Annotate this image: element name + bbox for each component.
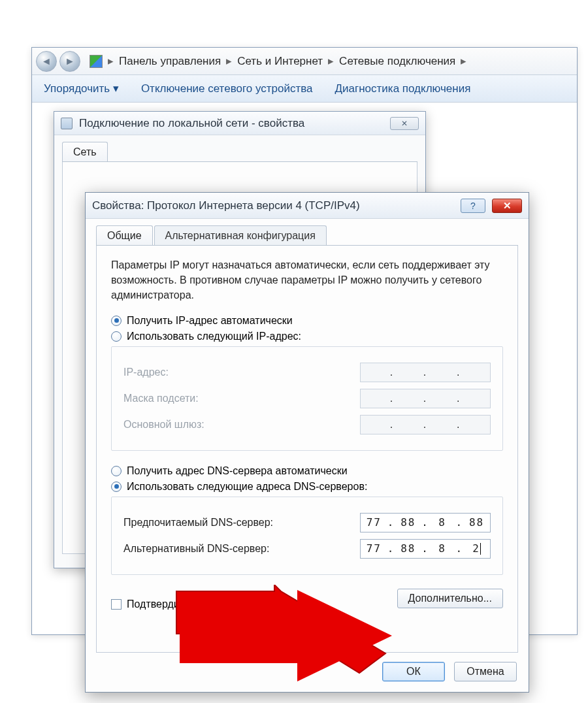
- close-button[interactable]: ✕: [390, 117, 419, 130]
- ip-octet: 77: [361, 542, 387, 555]
- dialog-title-text: Свойства: Протокол Интернета версии 4 (T…: [92, 199, 360, 212]
- tabstrip: Общие Альтернативная конфигурация: [96, 225, 518, 246]
- breadcrumb: ▸ Панель управления ▸ Сеть и Интернет ▸ …: [90, 54, 466, 68]
- explorer-navbar: ◄ ► ▸ Панель управления ▸ Сеть и Интерне…: [32, 48, 577, 75]
- field-dns-alternate: Альтернативный DNS-сервер: 77. 88. 8. 2: [123, 539, 491, 559]
- nav-back-button[interactable]: ◄: [36, 51, 57, 72]
- radio-icon: [111, 331, 122, 342]
- field-ip-address: IP-адрес: ...: [123, 363, 491, 382]
- subnet-mask-input: ...: [360, 389, 491, 408]
- checkbox-label: Подтвердить параметры при выходе: [127, 598, 305, 610]
- breadcrumb-item[interactable]: Сетевые подключения: [339, 55, 455, 68]
- cancel-button[interactable]: Отмена: [454, 662, 517, 681]
- dns-group: Предпочитаемый DNS-сервер: 77. 88. 8. 88…: [111, 497, 503, 575]
- nav-forward-button[interactable]: ►: [59, 51, 80, 72]
- field-dns-preferred: Предпочитаемый DNS-сервер: 77. 88. 8. 88: [123, 513, 491, 532]
- radio-ip-manual[interactable]: Использовать следующий IP-адрес:: [111, 331, 503, 342]
- ok-button[interactable]: ОК: [382, 662, 445, 681]
- control-panel-icon: [90, 55, 103, 68]
- radio-label: Получить адрес DNS-сервера автоматически: [127, 465, 348, 477]
- tab-alt-config[interactable]: Альтернативная конфигурация: [154, 225, 327, 245]
- description-text: Параметры IP могут назначаться автоматич…: [111, 257, 503, 303]
- ip-group: IP-адрес: ... Маска подсети: ... Основно…: [111, 346, 503, 451]
- field-label: Маска подсети:: [123, 393, 199, 404]
- field-subnet-mask: Маска подсети: ...: [123, 389, 491, 408]
- radio-ip-auto[interactable]: Получить IP-адрес автоматически: [111, 315, 503, 327]
- dns-preferred-input[interactable]: 77. 88. 8. 88: [360, 513, 491, 532]
- text-cursor: [480, 543, 481, 555]
- radio-label: Использовать следующие адреса DNS-сервер…: [127, 481, 367, 493]
- radio-dns-auto[interactable]: Получить адрес DNS-сервера автоматически: [111, 465, 503, 477]
- ip-octet: 88: [464, 516, 490, 529]
- ip-octet: 8: [429, 516, 455, 529]
- ipv4-properties-dialog: Свойства: Протокол Интернета версии 4 (T…: [85, 192, 529, 693]
- tab-network[interactable]: Сеть: [62, 142, 108, 161]
- dialog-button-row: ОК Отмена: [96, 653, 518, 683]
- dns-alternate-input[interactable]: 77. 88. 8. 2: [360, 539, 491, 559]
- dialog-titlebar[interactable]: Свойства: Протокол Интернета версии 4 (T…: [86, 193, 529, 219]
- radio-icon: [111, 482, 122, 492]
- ip-address-input: ...: [360, 363, 491, 382]
- chevron-right-icon: ▸: [461, 54, 466, 68]
- explorer-toolbar: Упорядочить ▾ Отключение сетевого устрой…: [32, 75, 577, 103]
- chevron-right-icon: ▸: [226, 54, 232, 68]
- radio-icon: [111, 466, 122, 476]
- radio-dns-manual[interactable]: Использовать следующие адреса DNS-сервер…: [111, 481, 503, 493]
- tabstrip: Сеть: [62, 142, 417, 162]
- field-label: Предпочитаемый DNS-сервер:: [123, 517, 273, 529]
- ip-octet: 8: [429, 542, 455, 555]
- field-label: Альтернативный DNS-сервер:: [123, 543, 269, 555]
- close-button[interactable]: ✕: [492, 199, 522, 213]
- checkbox-icon: [111, 599, 122, 610]
- breadcrumb-item[interactable]: Панель управления: [119, 55, 221, 68]
- radio-label: Получить IP-адрес автоматически: [127, 315, 293, 327]
- ip-octet: 88: [395, 542, 421, 555]
- checkbox-validate-on-exit[interactable]: Подтвердить параметры при выходе: [111, 598, 305, 610]
- field-label: Основной шлюз:: [123, 419, 204, 431]
- toolbar-diagnose-button[interactable]: Диагностика подключения: [335, 82, 471, 95]
- help-button[interactable]: ?: [461, 199, 485, 213]
- chevron-right-icon: ▸: [328, 54, 334, 68]
- dialog-titlebar[interactable]: Подключение по локальной сети - свойства…: [54, 112, 425, 135]
- tab-content-general: Параметры IP могут назначаться автоматич…: [96, 246, 518, 653]
- radio-label: Использовать следующий IP-адрес:: [127, 331, 301, 342]
- breadcrumb-item[interactable]: Сеть и Интернет: [237, 55, 323, 68]
- network-adapter-icon: [61, 118, 73, 129]
- gateway-input: ...: [360, 415, 491, 434]
- toolbar-organize-button[interactable]: Упорядочить ▾: [44, 82, 119, 95]
- dialog-title-text: Подключение по локальной сети - свойства: [79, 117, 304, 130]
- tab-general[interactable]: Общие: [96, 225, 153, 245]
- field-gateway: Основной шлюз: ...: [123, 415, 491, 434]
- ip-octet: 88: [395, 516, 421, 529]
- advanced-button[interactable]: Дополнительно...: [397, 589, 504, 608]
- ip-octet: 77: [361, 516, 387, 529]
- radio-icon: [111, 316, 122, 326]
- field-label: IP-адрес:: [123, 367, 169, 378]
- chevron-right-icon: ▸: [108, 54, 114, 68]
- toolbar-disable-device-button[interactable]: Отключение сетевого устройства: [141, 82, 313, 95]
- ip-octet: 2: [464, 542, 490, 555]
